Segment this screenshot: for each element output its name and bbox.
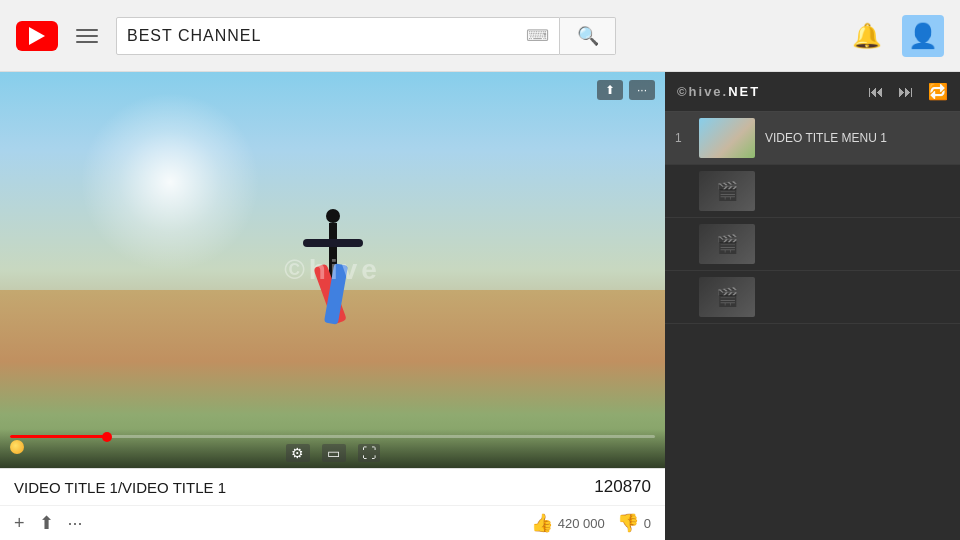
thumbs-up-icon: 👍 bbox=[531, 512, 553, 534]
dislike-area: 👎 0 bbox=[617, 512, 651, 534]
panel-controls: ⏮ ⏭ 🔁 bbox=[868, 82, 948, 101]
thumbnail-image: 🎬 bbox=[699, 277, 755, 317]
right-panel: ©hive.NET ⏮ ⏭ 🔁 1 VIDEO TITLE MENU 1 bbox=[665, 72, 960, 540]
action-bar: + ⬆ ··· 👍 420 000 👎 0 bbox=[0, 505, 665, 540]
dislike-count: 0 bbox=[644, 516, 651, 531]
progress-bar[interactable] bbox=[10, 435, 655, 438]
thumb-placeholder-icon: 🎬 bbox=[716, 286, 738, 308]
share-area: ⬆ ··· bbox=[597, 80, 655, 100]
more-icon: ··· bbox=[637, 83, 647, 97]
video-scene: ©hive ⬆ ··· bbox=[0, 72, 665, 468]
search-box: BEST CHANNEL ⌨ bbox=[116, 17, 560, 55]
settings-button[interactable]: ⚙ bbox=[286, 444, 310, 462]
panel-header: ©hive.NET ⏮ ⏭ 🔁 bbox=[665, 72, 960, 112]
playlist-item[interactable]: 1 VIDEO TITLE MENU 1 bbox=[665, 112, 960, 165]
video-area: ©hive ⬆ ··· ⚙ ▭ bbox=[0, 72, 665, 540]
youtube-logo[interactable] bbox=[16, 21, 58, 51]
thumb-placeholder-icon: 🎬 bbox=[716, 233, 738, 255]
main-content: ©hive ⬆ ··· ⚙ ▭ bbox=[0, 72, 960, 540]
top-bar: BEST CHANNEL ⌨ 🔍 🔔 👤 bbox=[0, 0, 960, 72]
keyboard-icon: ⌨ bbox=[526, 26, 549, 45]
play-indicator bbox=[10, 440, 24, 454]
action-right: 👍 420 000 👎 0 bbox=[531, 512, 651, 534]
video-title: VIDEO TITLE 1/VIDEO TITLE 1 bbox=[14, 479, 226, 496]
repeat-button[interactable]: 🔁 bbox=[928, 82, 948, 101]
playlist-thumbnail: 🎬 bbox=[699, 277, 755, 317]
dislike-button[interactable]: 👎 bbox=[617, 512, 639, 534]
thumbnail-image bbox=[699, 118, 755, 158]
share-icon: ⬆ bbox=[605, 83, 615, 97]
share-action-icon: ⬆ bbox=[39, 512, 54, 534]
playlist-thumbnail: 🎬 bbox=[699, 224, 755, 264]
playlist-item[interactable]: 🎬 bbox=[665, 165, 960, 218]
thumbnail-image: 🎬 bbox=[699, 224, 755, 264]
hamburger-menu-icon[interactable] bbox=[72, 25, 102, 47]
fullscreen-button[interactable]: ⛶ bbox=[358, 444, 380, 462]
playlist-thumbnail: 🎬 bbox=[699, 171, 755, 211]
thumbnail-image: 🎬 bbox=[699, 171, 755, 211]
video-controls: ⚙ ▭ ⛶ bbox=[0, 429, 665, 468]
view-count: 120870 bbox=[594, 477, 651, 497]
search-input-text[interactable]: BEST CHANNEL bbox=[127, 27, 520, 45]
thumb-placeholder-icon: 🎬 bbox=[716, 180, 738, 202]
panel-playlist: 1 VIDEO TITLE MENU 1 🎬 bbox=[665, 112, 960, 540]
playlist-item[interactable]: 🎬 bbox=[665, 218, 960, 271]
like-button[interactable]: 👍 bbox=[531, 512, 553, 534]
progress-fill bbox=[10, 435, 107, 438]
panel-logo: ©hive.NET bbox=[677, 84, 760, 99]
action-left: + ⬆ ··· bbox=[14, 512, 83, 534]
playlist-num: 1 bbox=[675, 131, 691, 145]
search-icon: 🔍 bbox=[577, 25, 599, 47]
playlist-item[interactable]: 🎬 bbox=[665, 271, 960, 324]
more-action-button[interactable]: ··· bbox=[68, 513, 83, 534]
playlist-thumbnail bbox=[699, 118, 755, 158]
play-triangle-icon bbox=[29, 27, 45, 45]
video-player[interactable]: ©hive ⬆ ··· ⚙ ▭ bbox=[0, 72, 665, 468]
search-button[interactable]: 🔍 bbox=[560, 17, 616, 55]
progress-dot bbox=[102, 432, 112, 442]
thumbs-down-icon: 👎 bbox=[617, 512, 639, 534]
user-avatar[interactable]: 👤 bbox=[902, 15, 944, 57]
share-button[interactable]: ⬆ bbox=[597, 80, 623, 100]
video-info-bar: VIDEO TITLE 1/VIDEO TITLE 1 120870 bbox=[0, 468, 665, 505]
prev-button[interactable]: ⏮ bbox=[868, 83, 884, 101]
next-button[interactable]: ⏭ bbox=[898, 83, 914, 101]
miniplayer-button[interactable]: ▭ bbox=[322, 444, 346, 462]
video-watermark: ©hive bbox=[284, 254, 381, 286]
notification-bell-icon[interactable]: 🔔 bbox=[852, 22, 882, 50]
add-button[interactable]: + bbox=[14, 513, 25, 534]
playlist-title: VIDEO TITLE MENU 1 bbox=[765, 131, 950, 145]
top-right-actions: 🔔 👤 bbox=[852, 15, 944, 57]
search-container: BEST CHANNEL ⌨ 🔍 bbox=[116, 17, 616, 55]
person-icon: 👤 bbox=[908, 22, 938, 50]
sun-glare bbox=[80, 92, 260, 272]
like-count: 420 000 bbox=[558, 516, 605, 531]
figure-silhouette bbox=[293, 209, 373, 409]
share-action-button[interactable]: ⬆ bbox=[39, 512, 54, 534]
control-buttons: ⚙ ▭ ⛶ bbox=[10, 444, 655, 462]
like-area: 👍 420 000 bbox=[531, 512, 605, 534]
more-options-button[interactable]: ··· bbox=[629, 80, 655, 100]
